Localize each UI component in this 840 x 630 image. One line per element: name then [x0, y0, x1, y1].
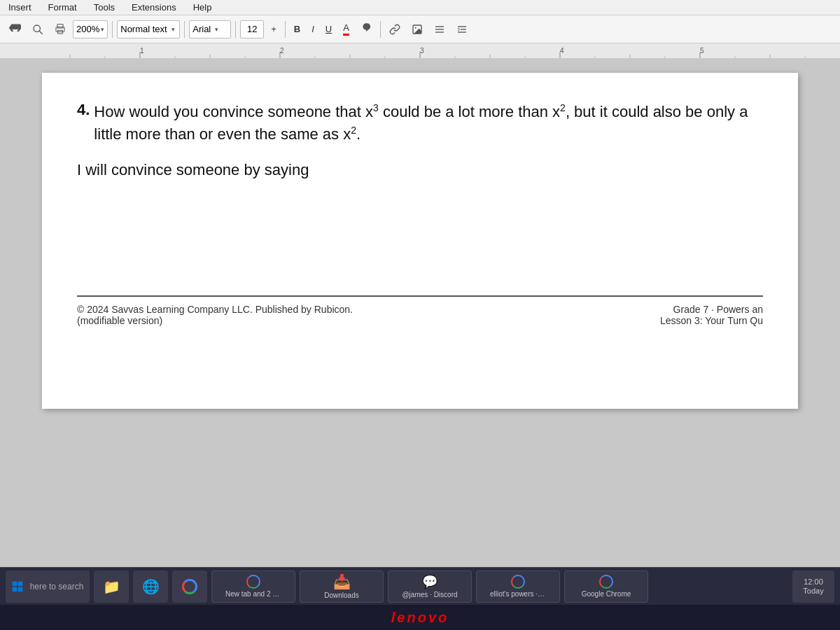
svg-rect-41 — [12, 581, 17, 586]
clear-formatting-btn[interactable] — [475, 20, 494, 39]
question-text: How would you convince someone that x3 c… — [94, 101, 763, 146]
elliotspowers-icon — [511, 575, 525, 589]
menu-bar: Insert Format Tools Extensions Help — [0, 0, 840, 15]
taskbar-bottom: lenovo — [0, 605, 840, 630]
text-color-btn[interactable]: A — [339, 20, 354, 39]
style-dropdown-arrow: ▾ — [172, 26, 175, 33]
separator-1 — [112, 21, 113, 38]
answer-prompt[interactable]: I will convince someone by saying — [77, 161, 763, 179]
taskbar-search[interactable]: here to search — [6, 570, 90, 603]
zoom-dropdown-arrow: ▾ — [101, 26, 104, 33]
app2-icon: 🌐 — [142, 578, 160, 595]
highlight-btn[interactable] — [356, 20, 376, 39]
list-btn[interactable] — [430, 20, 449, 39]
fontsize-plus-btn[interactable]: + — [267, 20, 281, 39]
text-color-icon: A — [343, 22, 349, 36]
search-toolbar-btn[interactable] — [28, 20, 48, 39]
question-number: 4. — [77, 101, 90, 119]
separator-3 — [235, 21, 236, 38]
taskbar-app3[interactable] — [172, 570, 207, 603]
footer-modifiable: (modifiable version) — [77, 315, 660, 326]
insert-image-btn[interactable] — [407, 20, 427, 39]
app3-icon — [182, 579, 197, 594]
taskbar-app1[interactable]: 📁 — [94, 570, 129, 603]
print-btn[interactable] — [50, 20, 70, 39]
svg-text:4: 4 — [560, 47, 564, 55]
document-area: 4. How would you convince someone that x… — [0, 59, 840, 567]
discord-icon: 💬 — [422, 574, 438, 589]
taskbar-app2[interactable]: 🌐 — [133, 570, 168, 603]
separator-2 — [184, 21, 185, 38]
answer-area[interactable] — [77, 190, 763, 274]
elliotspowers-label: elliot's powers · 2... — [490, 590, 546, 598]
taskbar-newtab[interactable]: New tab and 2 m... — [211, 570, 295, 603]
downloads-icon: 📥 — [333, 573, 351, 590]
google-chrome-label: Google Chrome — [582, 590, 631, 598]
search-label: here to search — [27, 582, 84, 592]
taskbar: here to search 📁 🌐 New tab and 2 m... 📥 … — [0, 567, 840, 630]
footer: © 2024 Savvas Learning Company LLC. Publ… — [77, 304, 763, 326]
document-page: 4. How would you convince someone that x… — [42, 73, 798, 409]
font-selector[interactable]: Arial ▾ — [189, 20, 231, 38]
windows-icon — [12, 581, 23, 592]
menu-extensions[interactable]: Extensions — [129, 1, 179, 14]
menu-insert[interactable]: Insert — [6, 1, 34, 14]
svg-rect-43 — [12, 587, 17, 592]
separator-4 — [285, 21, 286, 38]
bold-btn[interactable]: B — [290, 20, 304, 39]
newtab-label: New tab and 2 m... — [225, 590, 281, 598]
app1-icon: 📁 — [103, 578, 120, 595]
link-btn[interactable] — [385, 20, 405, 39]
newtab-icon — [246, 575, 260, 589]
svg-text:2: 2 — [280, 47, 284, 55]
taskbar-elliotspowers[interactable]: elliot's powers · 2... — [476, 570, 560, 603]
svg-line-1 — [39, 31, 43, 34]
menu-help[interactable]: Help — [190, 1, 215, 14]
zoom-value: 200% — [76, 24, 99, 34]
footer-copyright: © 2024 Savvas Learning Company LLC. Publ… — [77, 304, 660, 315]
taskbar-google-chrome[interactable]: Google Chrome — [564, 570, 648, 603]
fontsize-field[interactable]: 12 — [240, 20, 264, 38]
svg-text:3: 3 — [420, 47, 424, 55]
font-value: Arial — [192, 24, 211, 34]
footer-right: Grade 7 · Powers an Lesson 3: Your Turn … — [660, 304, 763, 326]
tray-time: 12:00 — [804, 578, 823, 586]
discord-label: @james · Discord — [402, 591, 457, 598]
svg-text:5: 5 — [700, 47, 704, 55]
fontsize-value: 12 — [247, 24, 257, 34]
paragraph-style-value: Normal text — [120, 24, 167, 34]
lenovo-logo: lenovo — [391, 610, 449, 626]
downloads-label: Downloads — [324, 592, 358, 599]
svg-rect-42 — [18, 581, 22, 586]
svg-point-6 — [415, 27, 416, 28]
highlight-icon — [360, 22, 372, 36]
italic-btn[interactable]: I — [307, 20, 318, 39]
toolbar: 200% ▾ Normal text ▾ Arial ▾ 12 + B I U … — [0, 15, 840, 43]
menu-tools[interactable]: Tools — [91, 1, 118, 14]
footer-lesson: Lesson 3: Your Turn Qu — [660, 315, 763, 326]
footer-left: © 2024 Savvas Learning Company LLC. Publ… — [77, 304, 660, 326]
menu-format[interactable]: Format — [46, 1, 80, 14]
svg-text:1: 1 — [140, 47, 144, 55]
separator-5 — [380, 21, 381, 38]
page-divider — [77, 295, 763, 297]
google-chrome-icon — [599, 575, 613, 589]
taskbar-downloads[interactable]: 📥 Downloads — [300, 570, 384, 603]
indent-btn[interactable] — [452, 20, 472, 39]
save-to-drive-btn[interactable] — [4, 20, 25, 39]
system-tray[interactable]: 12:00 Today — [792, 570, 834, 603]
svg-rect-44 — [18, 587, 22, 592]
footer-grade: Grade 7 · Powers an — [660, 304, 763, 315]
underline-btn[interactable]: U — [321, 20, 336, 39]
paragraph-style-selector[interactable]: Normal text ▾ — [117, 20, 180, 38]
svg-rect-2 — [57, 24, 63, 27]
taskbar-discord[interactable]: 💬 @james · Discord — [388, 570, 472, 603]
ruler: 1 2 3 4 5 — [0, 43, 840, 59]
svg-point-0 — [34, 25, 40, 31]
zoom-selector[interactable]: 200% ▾ — [73, 20, 108, 38]
font-dropdown-arrow: ▾ — [215, 26, 218, 33]
taskbar-top: here to search 📁 🌐 New tab and 2 m... 📥 … — [0, 567, 840, 605]
tray-date: Today — [803, 587, 823, 595]
